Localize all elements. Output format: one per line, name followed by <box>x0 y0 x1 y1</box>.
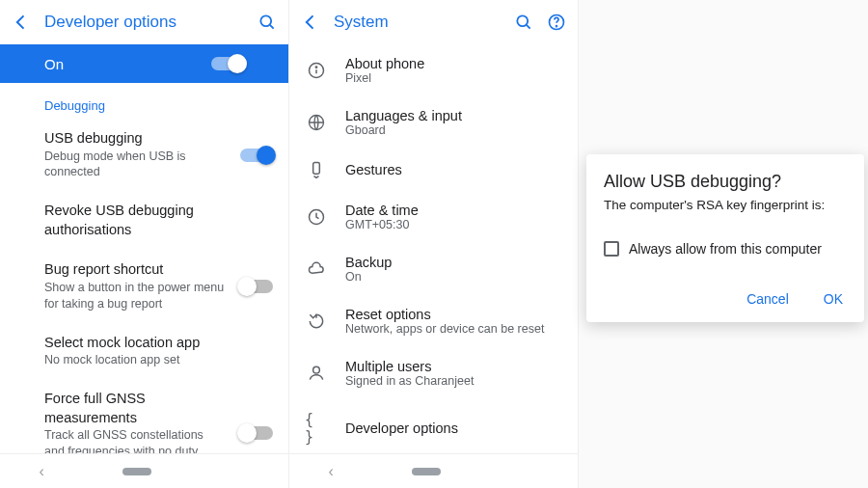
system-settings-screen: System About phonePixel Languages & inpu… <box>289 0 579 488</box>
nav-home-pill[interactable] <box>122 468 151 475</box>
item-title: Languages & input <box>345 108 562 123</box>
list-item[interactable]: Reset optionsNetwork, apps or device can… <box>289 295 578 347</box>
usb-debugging-dialog: Allow USB debugging? The computer's RSA … <box>586 154 864 322</box>
svg-point-0 <box>260 15 271 26</box>
globe-icon <box>305 113 328 132</box>
help-icon[interactable] <box>547 13 566 32</box>
item-subtitle: Gboard <box>345 123 562 137</box>
item-subtitle: Network, apps or device can be reset <box>345 322 562 336</box>
back-arrow-icon[interactable] <box>12 13 31 32</box>
item-subtitle: On <box>345 270 562 284</box>
list-item[interactable]: BackupOn <box>289 243 578 295</box>
item-title: Date & time <box>345 203 562 218</box>
toggle-switch[interactable] <box>240 149 273 162</box>
item-title: Select mock location app <box>44 334 273 353</box>
list-item[interactable]: About phonePixel <box>289 44 578 96</box>
list-item[interactable]: USB debugging Debug mode when USB is con… <box>0 119 288 191</box>
info-icon <box>305 61 328 80</box>
item-subtitle: Debug mode when USB is connected <box>44 149 227 181</box>
usb-dialog-screen: Allow USB debugging? The computer's RSA … <box>579 0 868 488</box>
item-title: Revoke USB debugging authorisations <box>44 202 273 239</box>
checkbox-icon[interactable] <box>604 241 619 257</box>
developer-options-screen: Developer options On Debugging USB debug… <box>0 0 289 488</box>
list-item[interactable]: Gestures <box>289 149 578 191</box>
dialog-actions: Cancel OK <box>604 285 847 312</box>
svg-point-9 <box>313 366 320 373</box>
svg-point-1 <box>517 15 528 26</box>
toggle-switch[interactable] <box>240 280 273 293</box>
dialog-body: The computer's RSA key fingerprint is: <box>604 198 847 212</box>
svg-point-3 <box>556 26 557 27</box>
master-toggle-switch[interactable] <box>211 57 244 70</box>
item-title: Backup <box>345 255 562 270</box>
braces-icon: { } <box>305 411 328 446</box>
cloud-icon <box>305 259 328 279</box>
item-title: Gestures <box>345 162 562 177</box>
master-toggle-label: On <box>44 56 64 72</box>
always-allow-row[interactable]: Always allow from this computer <box>604 241 847 257</box>
settings-list: Debugging USB debugging Debug mode when … <box>0 83 288 453</box>
list-item[interactable]: { } Developer options <box>289 399 578 453</box>
item-title: USB debugging <box>44 129 227 149</box>
reset-icon <box>305 312 328 331</box>
back-arrow-icon[interactable] <box>301 13 320 32</box>
page-title: Developer options <box>44 13 244 32</box>
item-title: About phone <box>345 56 562 71</box>
item-subtitle: Track all GNSS constellations and freque… <box>44 427 227 453</box>
nav-back-icon[interactable]: ‹ <box>40 463 44 480</box>
master-toggle-row[interactable]: On <box>0 44 288 83</box>
list-item[interactable]: Bug report shortcut Show a button in the… <box>0 250 288 322</box>
gesture-icon <box>305 160 328 179</box>
search-icon[interactable] <box>514 13 533 32</box>
item-subtitle: GMT+05:30 <box>345 218 562 231</box>
item-title: Reset options <box>345 307 562 322</box>
list-item[interactable]: Multiple usersSigned in as Charanjeet <box>289 347 578 399</box>
toggle-switch[interactable] <box>240 426 273 440</box>
list-item[interactable]: Force full GNSS measurements Track all G… <box>0 379 288 453</box>
appbar: Developer options <box>0 0 288 44</box>
item-subtitle: Pixel <box>345 71 562 85</box>
nav-bar: ‹ <box>0 453 288 488</box>
list-item[interactable]: Date & timeGMT+05:30 <box>289 191 578 243</box>
search-icon[interactable] <box>258 13 277 32</box>
cancel-button[interactable]: Cancel <box>743 285 793 312</box>
dialog-title: Allow USB debugging? <box>604 172 847 192</box>
item-title: Force full GNSS measurements <box>44 390 227 427</box>
clock-icon <box>305 207 328 227</box>
svg-rect-7 <box>313 163 320 175</box>
checkbox-label: Always allow from this computer <box>629 241 822 257</box>
item-title: Bug report shortcut <box>44 260 227 280</box>
list-item[interactable]: Revoke USB debugging authorisations <box>0 191 288 250</box>
item-title: Multiple users <box>345 359 562 374</box>
person-icon <box>305 364 328 383</box>
nav-home-pill[interactable] <box>412 468 441 475</box>
item-subtitle: No mock location app set <box>44 352 273 368</box>
item-subtitle: Signed in as Charanjeet <box>345 374 562 388</box>
settings-list: About phonePixel Languages & inputGboard… <box>289 44 578 453</box>
item-title: Developer options <box>345 420 562 436</box>
ok-button[interactable]: OK <box>820 285 847 312</box>
item-subtitle: Show a button in the power menu for taki… <box>44 280 227 312</box>
svg-point-5 <box>315 67 316 68</box>
section-header-debugging: Debugging <box>0 83 288 119</box>
nav-back-icon[interactable]: ‹ <box>329 463 334 480</box>
appbar: System <box>289 0 578 44</box>
nav-bar: ‹ <box>289 453 578 488</box>
list-item[interactable]: Select mock location app No mock locatio… <box>0 323 288 379</box>
page-title: System <box>334 13 501 32</box>
list-item[interactable]: Languages & inputGboard <box>289 96 578 149</box>
